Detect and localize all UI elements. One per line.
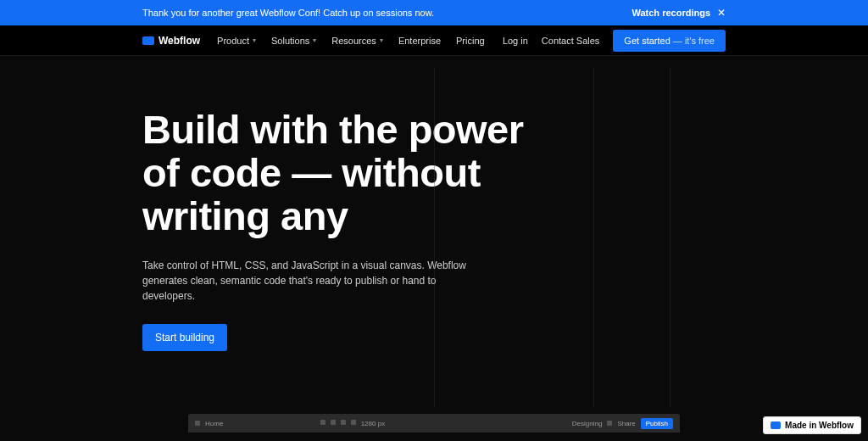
chevron-down-icon: ▾ <box>313 36 316 44</box>
chevron-down-icon: ▾ <box>380 36 383 44</box>
nav-label: Product <box>217 36 249 46</box>
share-button[interactable]: Share <box>617 420 635 427</box>
contact-sales-link[interactable]: Contact Sales <box>542 36 599 46</box>
nav-secondary: Log in Contact Sales Get started — it's … <box>503 30 726 52</box>
chevron-down-icon: ▾ <box>253 36 256 44</box>
start-building-button[interactable]: Start building <box>142 324 227 351</box>
nav-label: Solutions <box>271 36 309 46</box>
designer-mode-label: Designing <box>572 420 603 427</box>
nav-item-pricing[interactable]: Pricing <box>456 36 485 46</box>
gear-icon[interactable] <box>607 421 612 426</box>
close-icon[interactable]: ✕ <box>717 8 726 18</box>
nav-label: Resources <box>331 36 376 46</box>
designer-preview-toolbar: Home 1280 px Designing Share Publish <box>188 414 680 433</box>
banner-link[interactable]: Watch recordings <box>632 8 711 18</box>
bg-line <box>593 68 594 407</box>
webflow-logo-icon <box>142 36 154 45</box>
tablet-icon[interactable] <box>331 420 336 425</box>
announcement-banner: Thank you for another great Webflow Conf… <box>0 0 868 25</box>
hero-subhead: Take control of HTML, CSS, and JavaScrip… <box>142 258 490 304</box>
badge-label: Made in Webflow <box>785 421 854 430</box>
bg-line <box>670 68 670 407</box>
nav-item-resources[interactable]: Resources ▾ <box>331 36 383 46</box>
cta-secondary-text: — it's free <box>670 36 715 46</box>
desktop-icon[interactable] <box>320 420 326 425</box>
banner-message: Thank you for another great Webflow Conf… <box>142 8 434 18</box>
brand-logo[interactable]: Webflow <box>142 35 200 47</box>
login-link[interactable]: Log in <box>503 36 528 46</box>
webflow-icon <box>195 421 200 426</box>
nav-item-enterprise[interactable]: Enterprise <box>398 36 441 46</box>
cta-primary-text: Get started <box>624 36 670 46</box>
nav-label: Pricing <box>456 36 485 46</box>
navbar: Webflow Product ▾ Solutions ▾ Resources … <box>0 25 868 56</box>
breakpoint-label: 1280 px <box>361 420 385 427</box>
nav-item-product[interactable]: Product ▾ <box>217 36 256 46</box>
webflow-logo-icon <box>771 421 781 429</box>
nav-item-solutions[interactable]: Solutions ▾ <box>271 36 316 46</box>
hero-headline: Build with the power of code — without w… <box>142 109 532 237</box>
get-started-button[interactable]: Get started — it's free <box>613 30 726 52</box>
brand-name: Webflow <box>159 35 200 47</box>
nav-primary: Product ▾ Solutions ▾ Resources ▾ Enterp… <box>217 36 485 46</box>
designer-page-label: Home <box>205 420 223 427</box>
mobile-landscape-icon[interactable] <box>341 420 346 425</box>
nav-label: Enterprise <box>398 36 441 46</box>
made-in-webflow-badge[interactable]: Made in Webflow <box>763 416 861 434</box>
publish-button[interactable]: Publish <box>641 418 673 429</box>
mobile-icon[interactable] <box>351 420 356 425</box>
bg-line <box>434 68 435 407</box>
